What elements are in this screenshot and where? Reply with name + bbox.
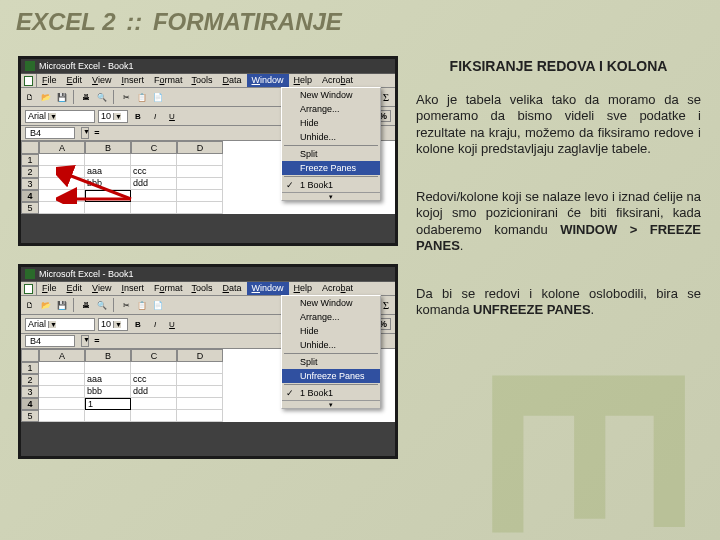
dd-book1[interactable]: ✓1 Book1 (282, 178, 380, 192)
col-D[interactable]: D (177, 349, 223, 362)
copy-icon[interactable]: 📋 (135, 90, 149, 104)
dd-new-window[interactable]: New Window (282, 296, 380, 310)
cell-B4-selected[interactable]: 1 (85, 398, 131, 410)
cut-icon[interactable]: ✂ (119, 90, 133, 104)
print-icon[interactable]: 🖶 (79, 90, 93, 104)
corner-cell[interactable] (21, 349, 39, 362)
menu-tools[interactable]: Tools (186, 74, 217, 87)
dd-split[interactable]: Split (282, 147, 380, 161)
preview-icon[interactable]: 🔍 (95, 90, 109, 104)
menu-tools[interactable]: Tools (186, 282, 217, 295)
size-combo[interactable]: 10▼ (98, 110, 128, 123)
open-icon[interactable]: 📂 (39, 298, 53, 312)
bold-button[interactable]: B (131, 109, 145, 123)
font-combo[interactable]: Arial▼ (25, 110, 95, 123)
col-A[interactable]: A (39, 141, 85, 154)
underline-button[interactable]: U (165, 317, 179, 331)
copy-icon[interactable]: 📋 (135, 298, 149, 312)
excel-screenshot-1: Microsoft Excel - Book1 File Edit View I… (18, 56, 398, 246)
header-main: EXCEL 2 (16, 8, 116, 35)
formula-eq[interactable]: = (91, 128, 103, 138)
dd-unhide[interactable]: Unhide... (282, 338, 380, 352)
col-C[interactable]: C (131, 141, 177, 154)
new-icon[interactable]: 🗋 (23, 298, 37, 312)
row-4[interactable]: 4 (21, 190, 39, 202)
italic-button[interactable]: I (148, 109, 162, 123)
col-B[interactable]: B (85, 349, 131, 362)
row-5[interactable]: 5 (21, 202, 39, 214)
formula-eq[interactable]: = (91, 336, 103, 346)
cell-B3[interactable]: bbb (85, 386, 131, 398)
dd-freeze-panes[interactable]: Freeze Panes (282, 161, 380, 175)
row-2[interactable]: 2 (21, 166, 39, 178)
cell-C2[interactable]: ccc (131, 166, 177, 178)
dd-split[interactable]: Split (282, 355, 380, 369)
menu-data[interactable]: Data (217, 74, 246, 87)
bold-button[interactable]: B (131, 317, 145, 331)
paste-icon[interactable]: 📄 (151, 298, 165, 312)
autosum-icon[interactable]: Σ (379, 298, 393, 312)
document-icon (21, 74, 37, 87)
titlebar: Microsoft Excel - Book1 (21, 59, 395, 74)
menu-window[interactable]: Window (247, 74, 289, 87)
preview-icon[interactable]: 🔍 (95, 298, 109, 312)
col-A[interactable]: A (39, 349, 85, 362)
cell-C3[interactable]: ddd (131, 386, 177, 398)
save-icon[interactable]: 💾 (55, 90, 69, 104)
row-2[interactable]: 2 (21, 374, 39, 386)
menu-format[interactable]: Format (149, 282, 187, 295)
cell-C2[interactable]: ccc (131, 374, 177, 386)
window-title: Microsoft Excel - Book1 (39, 269, 134, 279)
autosum-icon[interactable]: Σ (379, 90, 393, 104)
size-combo[interactable]: 10▼ (98, 318, 128, 331)
dd-hide[interactable]: Hide (282, 324, 380, 338)
menu-edit[interactable]: Edit (62, 282, 88, 295)
menu-data[interactable]: Data (217, 282, 246, 295)
menu-view[interactable]: View (87, 282, 116, 295)
col-C[interactable]: C (131, 349, 177, 362)
col-B[interactable]: B (85, 141, 131, 154)
menu-insert[interactable]: Insert (116, 282, 149, 295)
corner-cell[interactable] (21, 141, 39, 154)
menu-file[interactable]: File (37, 74, 62, 87)
name-box[interactable]: B4 (25, 127, 75, 139)
menu-help[interactable]: Help (289, 282, 318, 295)
cut-icon[interactable]: ✂ (119, 298, 133, 312)
dd-unhide[interactable]: Unhide... (282, 130, 380, 144)
dd-hide[interactable]: Hide (282, 116, 380, 130)
col-D[interactable]: D (177, 141, 223, 154)
menu-insert[interactable]: Insert (116, 74, 149, 87)
row-5[interactable]: 5 (21, 410, 39, 422)
row-3[interactable]: 3 (21, 178, 39, 190)
row-1[interactable]: 1 (21, 154, 39, 166)
menu-file[interactable]: File (37, 282, 62, 295)
italic-button[interactable]: I (148, 317, 162, 331)
row-4[interactable]: 4 (21, 398, 39, 410)
save-icon[interactable]: 💾 (55, 298, 69, 312)
dd-expand-icon[interactable]: ▾ (282, 192, 380, 200)
dd-unfreeze-panes[interactable]: Unfreeze Panes (282, 369, 380, 383)
menu-format[interactable]: Format (149, 74, 187, 87)
new-icon[interactable]: 🗋 (23, 90, 37, 104)
cell-C3[interactable]: ddd (131, 178, 177, 190)
print-icon[interactable]: 🖶 (79, 298, 93, 312)
row-3[interactable]: 3 (21, 386, 39, 398)
menu-acrobat[interactable]: Acrobat (317, 74, 358, 87)
cell-B2[interactable]: aaa (85, 374, 131, 386)
dd-expand-icon[interactable]: ▾ (282, 400, 380, 408)
menu-edit[interactable]: Edit (62, 74, 88, 87)
dd-new-window[interactable]: New Window (282, 88, 380, 102)
dd-book1[interactable]: ✓1 Book1 (282, 386, 380, 400)
underline-button[interactable]: U (165, 109, 179, 123)
dd-arrange[interactable]: Arrange... (282, 102, 380, 116)
menu-view[interactable]: View (87, 74, 116, 87)
menu-acrobat[interactable]: Acrobat (317, 282, 358, 295)
menu-help[interactable]: Help (289, 74, 318, 87)
name-box[interactable]: B4 (25, 335, 75, 347)
dd-arrange[interactable]: Arrange... (282, 310, 380, 324)
menu-window[interactable]: Window (247, 282, 289, 295)
row-1[interactable]: 1 (21, 362, 39, 374)
font-combo[interactable]: Arial▼ (25, 318, 95, 331)
open-icon[interactable]: 📂 (39, 90, 53, 104)
paste-icon[interactable]: 📄 (151, 90, 165, 104)
